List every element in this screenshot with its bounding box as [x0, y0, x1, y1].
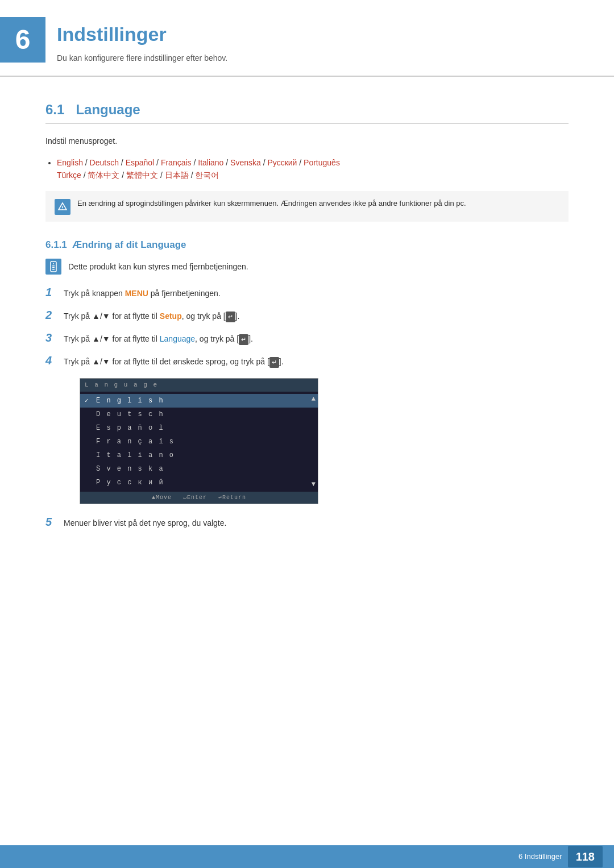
step-4-num: 4 — [45, 352, 57, 369]
footer-move: ▲Move — [152, 493, 172, 502]
steps-list: 1 Tryk på knappen MENU på fjernbetjening… — [45, 284, 569, 530]
setup-keyword: Setup — [160, 312, 182, 321]
step-3-text: Tryk på ▲/▼ for at flytte til Language, … — [64, 333, 253, 345]
language-keyword: Language — [160, 334, 195, 343]
lang-portuguese[interactable]: Português — [304, 158, 340, 167]
step-5-text: Menuer bliver vist på det nye sprog, du … — [64, 517, 226, 529]
svg-rect-5 — [52, 267, 55, 268]
scroll-up-arrow: ▲ — [312, 394, 317, 404]
language-menu-screenshot: L a n g u a g e ✓ E n g l i s h ▲ D e u … — [80, 378, 318, 504]
subsection-label: Ændring af dit Language — [72, 239, 186, 250]
enter-key: ↵ — [226, 312, 235, 322]
note-icon — [55, 199, 70, 215]
menu-footer: ▲Move ↵Enter ↩Return — [80, 492, 318, 504]
footer-page-number: 118 — [568, 846, 603, 867]
step-1-text: Tryk på knappen MENU på fjernbetjeningen… — [64, 288, 221, 300]
svg-rect-2 — [51, 261, 56, 272]
menu-item-english[interactable]: ✓ E n g l i s h ▲ — [80, 394, 318, 408]
language-list-item: English / Deutsch / Español / Français /… — [57, 156, 569, 182]
note-box: En ændring af sprogindstillingen påvirke… — [45, 191, 569, 222]
menu-item-russian-label: Р у с с к и й — [96, 477, 164, 488]
step-5-num: 5 — [45, 513, 57, 530]
lang-chinese-simplified[interactable]: 简体中文 — [88, 171, 119, 180]
footer-chapter-label: 6 Indstillinger — [518, 851, 562, 862]
section-6-1-label: Language — [76, 102, 140, 117]
lang-english[interactable]: English — [57, 158, 83, 167]
lang-svenska[interactable]: Svenska — [230, 158, 261, 167]
menu-keyword: MENU — [125, 289, 148, 298]
chapter-number: 6 — [0, 17, 45, 63]
chapter-subtitle: Du kan konfigurere flere indstillinger e… — [57, 52, 227, 64]
menu-item-deutsch[interactable]: D e u t s c h — [80, 408, 318, 421]
lang-korean[interactable]: 한국어 — [195, 171, 219, 180]
menu-item-deutsch-label: D e u t s c h — [96, 409, 164, 420]
step-2-num: 2 — [45, 306, 57, 323]
page-footer: 6 Indstillinger 118 — [0, 845, 614, 868]
step-3-num: 3 — [45, 329, 57, 346]
lang-francais[interactable]: Français — [161, 158, 192, 167]
chapter-title-block: Indstillinger Du kan konfigurere flere i… — [57, 17, 227, 64]
menu-items-wrapper: ✓ E n g l i s h ▲ D e u t s c h E s p a … — [80, 392, 318, 492]
language-list: English / Deutsch / Español / Français /… — [57, 156, 569, 182]
step-2-text: Tryk på ▲/▼ for at flytte til Setup, og … — [64, 310, 240, 322]
footer-return: ↩Return — [218, 493, 246, 502]
chapter-header: 6 Indstillinger Du kan konfigurere flere… — [0, 0, 614, 77]
step-2: 2 Tryk på ▲/▼ for at flytte til Setup, o… — [45, 306, 569, 323]
remote-icon — [45, 259, 61, 275]
subsection-number: 6.1.1 — [45, 239, 67, 250]
lang-japanese[interactable]: 日本語 — [165, 171, 189, 180]
enter-key-3: ↵ — [269, 357, 279, 368]
lang-turkce[interactable]: Türkçe — [57, 171, 81, 180]
lang-russian[interactable]: Русский — [267, 158, 297, 167]
enter-key-2: ↵ — [239, 334, 248, 345]
lang-italiano[interactable]: Italiano — [198, 158, 223, 167]
svg-point-1 — [62, 209, 63, 210]
step-4: 4 Tryk på ▲/▼ for at flytte til det ønsk… — [45, 352, 569, 369]
note-text: En ændring af sprogindstillingen påvirke… — [77, 198, 466, 209]
main-content: 6.1Language Indstil menusproget. English… — [0, 82, 614, 582]
lang-chinese-traditional[interactable]: 繁體中文 — [126, 171, 158, 180]
lang-deutsch[interactable]: Deutsch — [90, 158, 119, 167]
footer-enter: ↵Enter — [183, 493, 207, 502]
step-3: 3 Tryk på ▲/▼ for at flytte til Language… — [45, 329, 569, 346]
intro-text: Indstil menusproget. — [45, 135, 569, 147]
menu-item-francais-label: F r a n ç a i s — [96, 437, 175, 447]
menu-title-bar: L a n g u a g e — [80, 379, 318, 392]
check-mark: ✓ — [85, 396, 94, 406]
menu-item-espanol-label: E s p a ñ o l — [96, 423, 164, 433]
section-6-1-heading: 6.1Language — [45, 99, 569, 124]
section-6-1-number: 6.1 — [45, 102, 64, 117]
menu-item-russian[interactable]: Р у с с к и й ▼ — [80, 476, 318, 489]
scroll-down-arrow: ▼ — [312, 479, 317, 489]
svg-rect-4 — [52, 265, 55, 267]
step-1: 1 Tryk på knappen MENU på fjernbetjening… — [45, 284, 569, 301]
step-1-num: 1 — [45, 284, 57, 301]
menu-item-italiano-label: I t a l i a n o — [96, 450, 175, 460]
menu-item-svenska[interactable]: S v e n s k a — [80, 462, 318, 476]
step-5: 5 Menuer bliver vist på det nye sprog, d… — [45, 513, 569, 530]
svg-rect-6 — [52, 269, 55, 270]
menu-item-espanol[interactable]: E s p a ñ o l — [80, 421, 318, 435]
languages-line1: English / Deutsch / Español / Français /… — [57, 158, 340, 180]
menu-item-svenska-label: S v e n s k a — [96, 464, 164, 474]
menu-items: ✓ E n g l i s h ▲ D e u t s c h E s p a … — [80, 392, 318, 492]
subsection-6-1-1-heading: 6.1.1 Ændring af dit Language — [45, 238, 569, 252]
remote-note-text: Dette produkt kan kun styres med fjernbe… — [68, 261, 248, 273]
menu-item-english-label: E n g l i s h — [96, 396, 164, 406]
lang-espanol[interactable]: Español — [126, 158, 155, 167]
menu-item-francais[interactable]: F r a n ç a i s — [80, 435, 318, 448]
chapter-title: Indstillinger — [57, 20, 227, 49]
menu-item-italiano[interactable]: I t a l i a n o — [80, 448, 318, 462]
step-4-text: Tryk på ▲/▼ for at flytte til det ønsked… — [64, 356, 284, 368]
remote-note: Dette produkt kan kun styres med fjernbe… — [45, 259, 569, 275]
